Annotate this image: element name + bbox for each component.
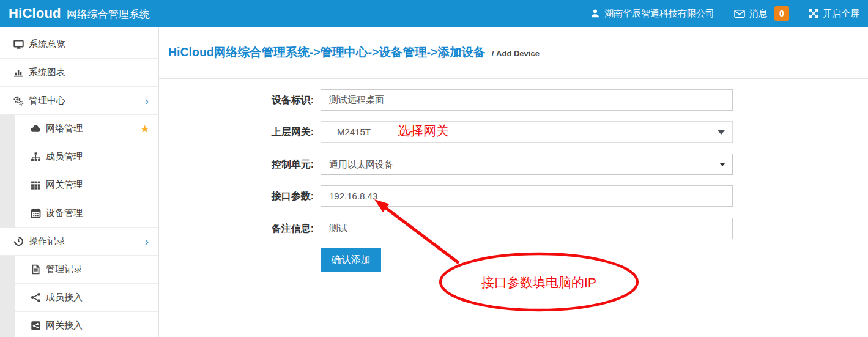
gears-icon — [12, 95, 24, 106]
sitemap-icon — [29, 152, 42, 162]
file-text-icon — [29, 264, 42, 275]
desktop-icon — [12, 39, 24, 50]
chevron-right-icon: › — [145, 95, 149, 106]
upper-gateway-select[interactable]: M2415T — [321, 121, 733, 143]
company-name: 湖南华辰智通科技有限公司 — [604, 8, 714, 20]
fullscreen-toggle[interactable]: 开启全屏 — [809, 8, 859, 20]
annotation-ellipse-text: 接口参数填电脑的IP — [435, 274, 643, 291]
chevron-right-icon: › — [145, 235, 149, 247]
sidebar-item-system-overview[interactable]: 系统总览 — [0, 31, 158, 59]
field-label-interface-params: 接口参数: — [159, 185, 314, 207]
sidebar-item-label: 管理中心 — [29, 95, 65, 106]
upper-gateway-select-value: M2415T — [329, 127, 371, 137]
field-label-remarks: 备注信息: — [159, 218, 314, 239]
sidebar-item-label: 操作记录 — [29, 235, 65, 247]
confirm-add-button[interactable]: 确认添加 — [321, 248, 381, 272]
breadcrumb: HiCloud网络综合管理系统->管理中心->设备管理->添加设备 / Add … — [168, 44, 540, 61]
main-content: HiCloud网络综合管理系统->管理中心->设备管理->添加设备 / Add … — [159, 27, 868, 337]
brand: HiCloud 网络综合管理系统 — [0, 6, 150, 21]
sidebar-item-label: 网关管理 — [46, 179, 83, 191]
sidebar-item-management-center[interactable]: 管理中心 › — [0, 87, 158, 115]
favorite-star-icon[interactable]: ★ — [140, 124, 150, 135]
sidebar-item-label: 系统总览 — [29, 39, 65, 50]
caret-down-icon — [720, 163, 725, 166]
sidebar-item-label: 网关接入 — [46, 320, 83, 331]
envelope-icon — [734, 9, 745, 18]
field-label-control-unit: 控制单元: — [159, 154, 314, 175]
cloud-icon — [29, 124, 42, 134]
device-id-input[interactable] — [321, 89, 733, 111]
user-icon — [590, 9, 600, 18]
history-icon — [12, 236, 24, 246]
brand-subtitle: 网络综合管理系统 — [67, 7, 150, 21]
sidebar-item-operation-records[interactable]: 操作记录 › — [0, 228, 158, 256]
control-unit-select[interactable]: 通用以太网设备 — [321, 154, 733, 175]
share-square-icon — [29, 320, 42, 331]
bar-chart-icon — [12, 67, 24, 78]
field-label-device-id: 设备标识: — [159, 89, 314, 111]
messages-menu[interactable]: 消息 0 — [734, 6, 789, 21]
annotation-arrow-and-ellipse — [159, 27, 868, 337]
sidebar-item-label: 管理记录 — [46, 264, 83, 275]
grid-icon — [29, 180, 42, 190]
breadcrumb-path: HiCloud网络综合管理系统->管理中心->设备管理->添加设备 — [168, 45, 485, 59]
topbar-right: 湖南华辰智通科技有限公司 消息 0 开启全屏 — [590, 6, 868, 21]
sidebar-item-system-charts[interactable]: 系统图表 — [0, 59, 158, 87]
caret-down-icon — [718, 130, 725, 135]
sidebar: 系统总览 系统图表 管理中心 › 网络管理 ★ 成员管理 网关管理 — [0, 27, 159, 337]
fullscreen-label: 开启全屏 — [823, 8, 859, 20]
topbar: HiCloud 网络综合管理系统 湖南华辰智通科技有限公司 消息 0 开启全屏 — [0, 0, 868, 27]
sidebar-item-network-management[interactable]: 网络管理 ★ — [0, 115, 158, 143]
breadcrumb-suffix: / Add Device — [492, 49, 540, 58]
user-account-menu[interactable]: 湖南华辰智通科技有限公司 — [590, 8, 714, 20]
control-unit-select-value: 通用以太网设备 — [329, 159, 393, 169]
expand-arrows-icon — [809, 9, 818, 18]
messages-label: 消息 — [749, 8, 768, 20]
header-divider — [159, 78, 868, 79]
remarks-input[interactable] — [321, 218, 733, 239]
sidebar-item-label: 网络管理 — [46, 123, 83, 135]
field-label-upper-gateway: 上层网关: — [159, 121, 314, 143]
interface-params-input[interactable] — [321, 185, 733, 207]
share-icon — [29, 292, 42, 303]
sidebar-item-gateway-access[interactable]: 网关接入 — [0, 312, 158, 337]
messages-count-badge: 0 — [774, 6, 789, 21]
sidebar-item-management-records[interactable]: 管理记录 — [0, 256, 158, 284]
annotation-ellipse — [440, 254, 637, 310]
brand-logo-text: HiCloud — [9, 6, 61, 21]
sidebar-item-label: 系统图表 — [29, 67, 65, 78]
sidebar-item-label: 成员管理 — [46, 151, 83, 163]
calendar-icon — [29, 208, 42, 218]
sidebar-item-gateway-management[interactable]: 网关管理 — [0, 171, 158, 199]
sidebar-item-label: 设备管理 — [46, 207, 83, 219]
sidebar-item-member-access[interactable]: 成员接入 — [0, 284, 158, 312]
sidebar-item-member-management[interactable]: 成员管理 — [0, 143, 158, 171]
sidebar-item-label: 成员接入 — [46, 292, 83, 303]
sidebar-item-device-management[interactable]: 设备管理 — [0, 199, 158, 228]
